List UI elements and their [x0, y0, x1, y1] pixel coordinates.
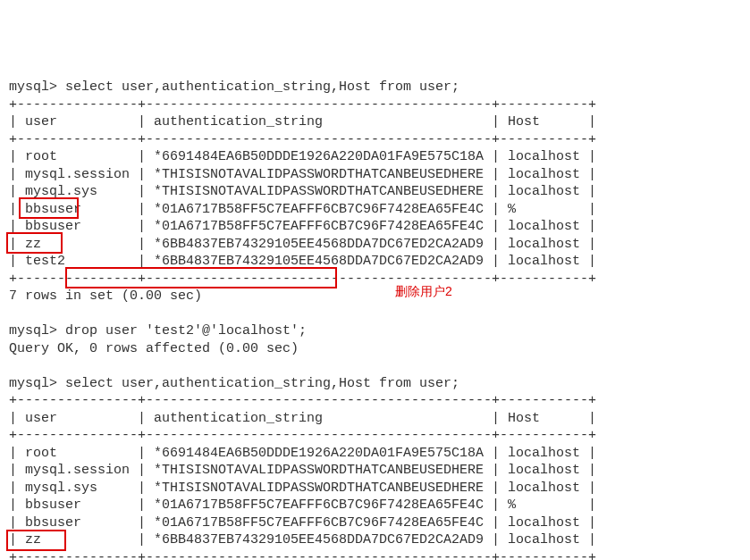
- table2-row: | root | *6691484EA6B50DDDE1926A220DA01F…: [9, 446, 596, 461]
- table2-row: | bbsuser | *01A6717B58FF5C7EAFFF6CB7C96…: [9, 497, 596, 513]
- table2-border-bot: +---------------+-----------------------…: [9, 550, 596, 561]
- query-1: select user,authentication_string,Host f…: [65, 79, 459, 95]
- table1-row: | mysql.session | *THISISNOTAVALIDPASSWO…: [9, 167, 596, 182]
- table1-row: | mysql.sys | *THISISNOTAVALIDPASSWORDTH…: [9, 184, 596, 199]
- table1-row: | bbsuser | *01A6717B58FF5C7EAFFF6CB7C96…: [9, 202, 596, 217]
- table2-row: | mysql.session | *THISISNOTAVALIDPASSWO…: [9, 463, 596, 478]
- table1-border-top: +---------------+-----------------------…: [9, 97, 596, 113]
- result-2: Query OK, 0 rows affected (0.00 sec): [9, 341, 299, 356]
- table1-row: | zz | *6BB4837EB74329105EE4568DDA7DC67E…: [9, 237, 596, 252]
- table1-header: | user | authentication_string | Host |: [9, 114, 596, 130]
- prompt: mysql>: [9, 376, 57, 391]
- table2-header: | user | authentication_string | Host |: [9, 411, 596, 426]
- prompt: mysql>: [9, 79, 57, 95]
- annotation-delete-user: 删除用户2: [395, 283, 452, 299]
- table2-border-top: +---------------+-----------------------…: [9, 393, 596, 408]
- table2-border-mid: +---------------+-----------------------…: [9, 428, 596, 443]
- table1-row: | root | *6691484EA6B50DDDE1926A220DA01F…: [9, 149, 596, 164]
- table2-row: | mysql.sys | *THISISNOTAVALIDPASSWORDTH…: [9, 481, 596, 496]
- table2-row: | bbsuser | *01A6717B58FF5C7EAFFF6CB7C96…: [9, 515, 596, 531]
- table2-row: | zz | *6BB4837EB74329105EE4568DDA7DC67E…: [9, 532, 596, 547]
- prompt: mysql>: [9, 323, 57, 339]
- table1-border-bot: +---------------+-----------------------…: [9, 272, 596, 287]
- table1-border-mid: +---------------+-----------------------…: [9, 132, 596, 147]
- table1-row: | test2 | *6BB4837EB74329105EE4568DDA7DC…: [9, 254, 596, 269]
- query-2: drop user 'test2'@'localhost';: [65, 323, 307, 339]
- result-1: 7 rows in set (0.00 sec): [9, 288, 202, 304]
- query-3: select user,authentication_string,Host f…: [65, 376, 459, 391]
- table1-row: | bbsuser | *01A6717B58FF5C7EAFFF6CB7C96…: [9, 219, 596, 234]
